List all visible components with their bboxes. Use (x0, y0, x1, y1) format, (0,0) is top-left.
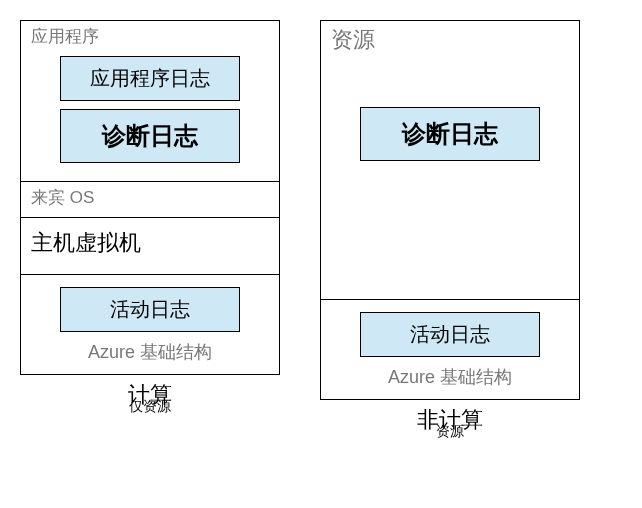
infra-section-left: 活动日志 Azure 基础结构 (21, 275, 279, 374)
app-section-label: 应用程序 (31, 25, 269, 48)
resource-label: 资源 (331, 25, 569, 55)
guest-os-label: 来宾 OS (31, 186, 269, 209)
host-vm-title: 主机虚拟机 (31, 222, 269, 264)
compute-caption: 计算 仅资源 (20, 387, 280, 412)
diag-log-box-left: 诊断日志 (60, 109, 240, 163)
infra-label-left: Azure 基础结构 (31, 340, 269, 364)
app-log-box: 应用程序日志 (60, 56, 240, 101)
guest-os-section: 来宾 OS (21, 182, 279, 218)
noncompute-caption-sub: 资源 (320, 427, 580, 437)
activity-log-box-right: 活动日志 (360, 312, 540, 357)
diag-log-box-right: 诊断日志 (360, 107, 540, 161)
app-section: 应用程序 应用程序日志 诊断日志 (21, 21, 279, 182)
host-vm-section: 主机虚拟机 (21, 218, 279, 275)
noncompute-stack: 资源 诊断日志 活动日志 Azure 基础结构 (320, 20, 580, 400)
infra-label-right: Azure 基础结构 (331, 365, 569, 389)
compute-caption-sub: 仅资源 (20, 402, 280, 412)
compute-stack: 应用程序 应用程序日志 诊断日志 来宾 OS 主机虚拟机 活动日志 Azure … (20, 20, 280, 375)
activity-log-box-left: 活动日志 (60, 287, 240, 332)
infra-section-right: 活动日志 Azure 基础结构 (321, 300, 579, 399)
resource-section: 资源 诊断日志 (321, 21, 579, 300)
noncompute-caption: 非计算 资源 (320, 412, 580, 437)
